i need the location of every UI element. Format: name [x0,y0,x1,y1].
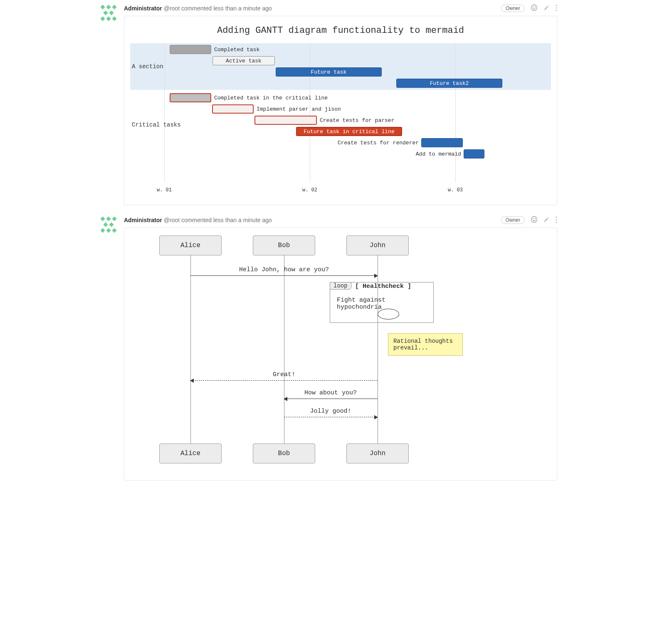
owner-badge: Owner [501,216,525,224]
author-name[interactable]: Administrator [124,5,162,12]
avatar [100,2,124,205]
seq-msg [284,399,378,399]
gantt-tick: w. 03 [448,187,463,193]
sequence-panel: Alice Bob John Hello John, how are you? … [124,228,557,481]
gantt-title: Adding GANTT diagram functionality to me… [130,25,551,36]
gantt-section-label: Critical tasks [132,121,181,128]
gantt-bar [254,116,317,125]
svg-rect-15 [106,216,111,221]
seq-actor: Alice [159,235,222,255]
avatar [100,214,124,481]
seq-msg [190,275,378,276]
gantt-bar-label: Implement parser and jison [257,104,341,114]
author-name[interactable]: Administrator [124,217,162,223]
svg-rect-0 [100,5,105,9]
svg-rect-1 [106,5,111,9]
svg-point-12 [556,7,557,8]
gantt-bar-label: Create tests for renderer [338,138,419,147]
seq-self-loop-icon [378,309,399,320]
gantt-bar [464,149,484,159]
gantt-bar-label: Future task2 [430,80,469,87]
gantt-bar [421,138,463,147]
gantt-bar: Future task2 [396,79,502,88]
seq-lifeline [284,255,284,443]
gantt-gridline [164,43,165,182]
svg-point-11 [556,5,557,6]
edit-icon[interactable] [543,5,550,12]
comment-time: commented less than a minute ago [181,5,272,12]
seq-msg-label: Great! [273,371,295,378]
svg-point-9 [533,7,534,7]
svg-point-10 [535,7,536,7]
svg-rect-14 [100,216,105,221]
gantt-gridline [455,43,456,182]
svg-point-23 [533,219,534,219]
gantt-bar [212,104,254,114]
svg-rect-3 [103,10,108,15]
comment-header: Administrator @root commented less than … [124,2,557,16]
gantt-chart: w. 01 w. 02 w. 03 A section Critical tas… [130,43,551,193]
gantt-bar-label: Active task [226,58,262,64]
svg-rect-7 [112,16,116,21]
svg-point-13 [556,10,557,11]
svg-rect-17 [103,222,108,227]
svg-point-25 [556,216,557,218]
more-icon[interactable] [556,216,557,224]
more-icon[interactable] [556,5,557,12]
svg-rect-19 [100,228,105,233]
comment-sequence: Administrator @root commented less than … [100,214,557,481]
gantt-bar [170,93,211,102]
seq-msg [284,417,378,417]
sequence-diagram: Alice Bob John Hello John, how are you? … [130,235,551,468]
seq-msg-label: Hello John, how are you? [239,266,329,273]
gantt-bar-label: Completed task [214,45,259,54]
seq-loop-tab: loop [330,282,351,290]
gantt-bar: Future task [276,67,382,77]
seq-actor: Bob [253,443,315,463]
emoji-icon[interactable] [531,216,538,224]
svg-rect-21 [112,228,116,233]
svg-rect-5 [100,16,105,21]
svg-rect-18 [109,222,114,227]
svg-point-24 [535,219,536,219]
svg-rect-2 [112,5,116,9]
comment-gantt: Administrator @root commented less than … [100,2,557,205]
seq-actor: John [346,443,409,463]
comment-time: commented less than a minute ago [181,217,272,223]
seq-msg-label: Jolly good! [310,408,351,415]
comment-header: Administrator @root commented less than … [124,214,557,228]
gantt-bar [170,45,211,54]
seq-actor: Bob [253,235,315,255]
author-handle[interactable]: @root [164,5,180,12]
gantt-bar-label: Future task in critical line [304,129,394,135]
svg-rect-20 [106,228,111,233]
gantt-bar-label: Future task [311,69,347,75]
gantt-bar-label: Add to mermaid [416,149,461,159]
emoji-icon[interactable] [531,4,538,12]
svg-point-8 [531,5,537,11]
svg-point-26 [556,219,557,220]
svg-point-22 [531,217,537,223]
seq-msg-label: How about you? [304,389,357,396]
seq-sticky-note: Rational thoughts prevail... [388,333,463,356]
svg-rect-6 [106,16,111,21]
seq-actor: Alice [159,443,222,463]
author-handle[interactable]: @root [164,217,180,223]
svg-rect-4 [109,10,114,15]
gantt-tick: w. 02 [302,187,317,193]
edit-icon[interactable] [543,216,550,224]
gantt-bar: Active task [212,56,275,65]
gantt-bar-label: Completed task in the critical line [214,93,328,102]
gantt-bar-label: Create tests for parser [320,116,394,125]
owner-badge: Owner [501,5,525,12]
seq-loop-title: [ Healthcheck ] [355,283,411,290]
svg-point-27 [556,221,557,223]
svg-rect-16 [112,216,116,221]
seq-msg [190,380,378,381]
seq-lifeline [190,255,191,443]
gantt-panel: Adding GANTT diagram functionality to me… [124,16,557,205]
gantt-tick: w. 01 [157,187,172,193]
seq-actor: John [346,235,409,255]
gantt-section-label: A section [132,63,163,70]
gantt-bar: Future task in critical line [296,127,402,136]
